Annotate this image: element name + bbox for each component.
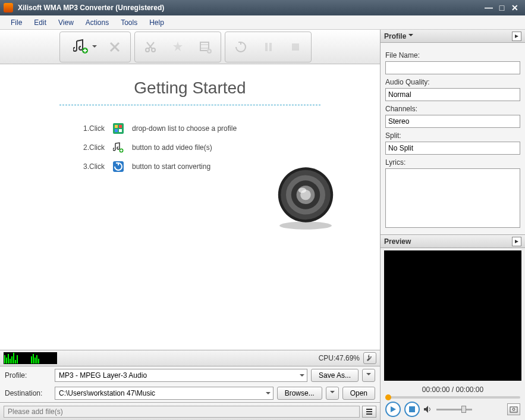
svg-rect-23 xyxy=(409,406,415,412)
pause-icon xyxy=(261,40,275,54)
triangle-right-icon xyxy=(514,34,519,39)
preview-header-label: Preview xyxy=(384,237,411,246)
cpu-graph xyxy=(4,352,57,364)
step-text: button to add video file(s) xyxy=(132,143,212,152)
destination-combo[interactable]: C:\Users\workstation 47\Music xyxy=(55,387,273,400)
main-area: Getting Started 1.Click drop-down list t… xyxy=(0,64,380,350)
minimize-button[interactable]: — xyxy=(482,2,495,13)
menu-file[interactable]: File xyxy=(5,17,28,29)
lyrics-textarea[interactable] xyxy=(385,168,520,228)
snapshot-icon xyxy=(510,406,518,413)
menu-tools[interactable]: Tools xyxy=(115,17,143,29)
preview-stop-button[interactable] xyxy=(404,402,420,417)
stop-button xyxy=(282,35,309,59)
save-as-dropdown[interactable] xyxy=(362,369,375,382)
menu-actions[interactable]: Actions xyxy=(80,17,115,29)
channels-select[interactable]: Stereo xyxy=(385,115,520,128)
profile-combo[interactable]: MP3 - MPEG Layer-3 Audio xyxy=(55,369,307,382)
save-as-button[interactable]: Save As... xyxy=(311,369,359,382)
step-num: 1.Click xyxy=(83,124,105,133)
titlebar: Xilisoft WMA MP3 Converter (Unregistered… xyxy=(0,0,525,15)
split-label: Split: xyxy=(385,131,520,140)
step-1: 1.Click drop-down list to choose a profi… xyxy=(83,123,380,134)
play-icon xyxy=(389,406,397,413)
menu-view[interactable]: View xyxy=(52,17,80,29)
profile-list-icon xyxy=(113,123,124,134)
svg-rect-12 xyxy=(119,129,122,132)
file-list-input[interactable] xyxy=(4,406,360,418)
audio-quality-label: Audio Quality: xyxy=(385,78,520,86)
open-button[interactable]: Open xyxy=(342,387,375,400)
maximize-button[interactable]: □ xyxy=(495,2,508,13)
svg-rect-8 xyxy=(113,123,124,134)
menubar: File Edit View Actions Tools Help xyxy=(0,15,525,30)
svg-rect-7 xyxy=(292,43,299,51)
profile-label: Profile: xyxy=(5,371,51,380)
svg-rect-10 xyxy=(119,125,122,128)
toolbar xyxy=(0,30,380,64)
lyrics-label: Lyrics: xyxy=(385,158,520,167)
preview-expand-button[interactable] xyxy=(512,237,521,246)
snapshot-button[interactable] xyxy=(507,403,520,415)
stop-icon xyxy=(409,406,415,412)
scissors-icon xyxy=(143,40,158,54)
video-preview xyxy=(384,250,521,381)
play-button[interactable] xyxy=(385,402,401,417)
svg-rect-3 xyxy=(200,42,209,51)
seek-thumb[interactable] xyxy=(385,394,391,400)
svg-point-22 xyxy=(298,187,306,193)
effects-button xyxy=(165,35,191,59)
settings-button[interactable] xyxy=(363,352,376,364)
window-title: Xilisoft WMA MP3 Converter (Unregistered… xyxy=(18,4,482,12)
right-panel: Profile File Name: Audio Quality: Normal… xyxy=(381,30,525,420)
list-icon xyxy=(365,408,373,416)
audio-quality-select[interactable]: Normal xyxy=(385,88,520,101)
status-bar: CPU:47.69% xyxy=(0,350,380,366)
destination-value: C:\Users\workstation 47\Music xyxy=(59,389,155,397)
pause-button xyxy=(255,35,281,59)
browse-button[interactable]: Browse... xyxy=(277,387,322,400)
add-files-button[interactable] xyxy=(62,35,100,59)
bottom-bar xyxy=(0,402,380,420)
stop-icon xyxy=(288,40,303,54)
convert-button xyxy=(228,35,254,59)
profile-expand-button[interactable] xyxy=(512,32,521,41)
time-display: 00:00:00 / 00:00:00 xyxy=(381,383,525,396)
profile-row: Profile: MP3 - MPEG Layer-3 Audio Save A… xyxy=(0,366,380,384)
destination-row: Destination: C:\Users\workstation 47\Mus… xyxy=(0,384,380,402)
triangle-right-icon xyxy=(514,239,519,244)
step-num: 3.Click xyxy=(83,162,105,171)
preview-section-header: Preview xyxy=(381,235,525,248)
profile-header-label: Profile xyxy=(384,32,406,40)
seek-slider-row xyxy=(381,396,525,399)
profile-form: File Name: Audio Quality: Normal Channel… xyxy=(381,43,525,235)
profile-value: MP3 - MPEG Layer-3 Audio xyxy=(59,371,147,380)
left-panel: Getting Started 1.Click drop-down list t… xyxy=(0,30,381,420)
volume-icon xyxy=(423,405,433,413)
split-select[interactable]: No Split xyxy=(385,142,520,155)
list-view-button[interactable] xyxy=(362,406,376,418)
filename-input[interactable] xyxy=(385,61,520,74)
speaker-graphic-icon xyxy=(273,165,338,231)
preview-controls xyxy=(381,399,525,420)
seek-slider[interactable] xyxy=(385,396,520,399)
svg-rect-24 xyxy=(510,407,517,412)
browse-dropdown[interactable] xyxy=(326,387,339,400)
svg-rect-11 xyxy=(115,129,118,132)
svg-point-15 xyxy=(279,222,332,230)
menu-edit[interactable]: Edit xyxy=(28,17,52,29)
getting-started-title: Getting Started xyxy=(0,79,380,98)
clip-button xyxy=(192,35,218,59)
divider xyxy=(59,105,320,105)
filename-label: File Name: xyxy=(385,51,520,59)
cut-button xyxy=(137,35,164,59)
convert-icon xyxy=(113,161,124,172)
volume-thumb[interactable] xyxy=(461,406,466,413)
delete-x-icon xyxy=(108,40,122,54)
step-text: drop-down list to choose a profile xyxy=(132,124,237,133)
volume-slider[interactable] xyxy=(436,409,472,410)
wrench-icon xyxy=(366,354,374,362)
menu-help[interactable]: Help xyxy=(143,17,170,29)
close-button[interactable]: ✕ xyxy=(508,2,521,13)
preview-area: 00:00:00 / 00:00:00 xyxy=(381,248,525,420)
